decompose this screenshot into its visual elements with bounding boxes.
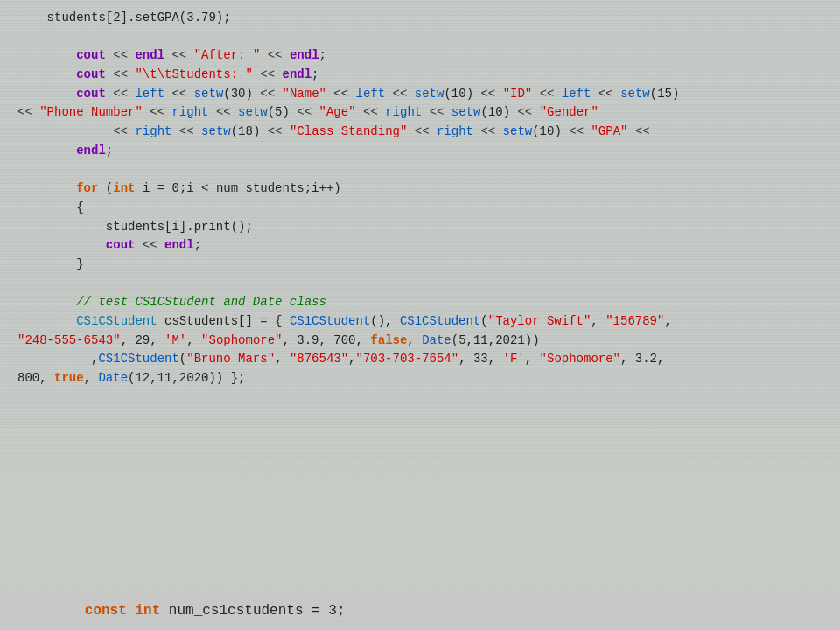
code-line-20: 800, true, Date(12,11,2020)) }; <box>18 369 822 388</box>
code-line-7: << right << setw(18) << "Class Standing"… <box>18 122 822 142</box>
code-line-6: << "Phone Number" << right << setw(5) <<… <box>18 103 822 122</box>
code-line-22 <box>18 407 822 426</box>
code-line-5: cout << left << setw(30) << "Name" << le… <box>18 85 822 104</box>
code-line-1: students[2].setGPA(3.79); <box>18 9 822 28</box>
code-line-17: CS1CStudent csStudents[] = { CS1CStudent… <box>18 312 822 332</box>
code-line-12: students[i].print(); <box>18 218 822 237</box>
code-line-13: cout << endl; <box>18 236 822 256</box>
code-line-2 <box>18 28 822 47</box>
code-line-25 <box>18 465 822 484</box>
code-line-24 <box>18 445 822 465</box>
code-line-4: cout << "\t\tStudents: " << endl; <box>18 66 822 85</box>
code-line-9 <box>18 161 822 180</box>
code-line-11: { <box>18 199 822 218</box>
code-line-10: for (int i = 0;i < num_students;i++) <box>18 179 822 199</box>
code-line-14: } <box>18 256 822 275</box>
code-line-8: endl; <box>18 142 822 161</box>
code-line-21 <box>18 388 822 408</box>
code-line-23 <box>18 426 822 445</box>
code-line-26 <box>18 483 822 502</box>
bottom-bar: const int num_cs1cstudents = 3; <box>0 591 840 630</box>
code-line-3: cout << endl << "After: " << endl; <box>18 46 822 66</box>
code-line-19: ,CS1CStudent("Bruno Mars", "876543","703… <box>18 350 822 369</box>
code-line-16: // test CS1CStudent and Date class <box>18 293 822 312</box>
code-line-18: "248-555-6543", 29, 'M', "Sophomore", 3.… <box>18 332 822 351</box>
code-line-15 <box>18 275 822 294</box>
bottom-code-line: const int num_cs1cstudents = 3; <box>18 603 346 619</box>
code-editor: students[2].setGPA(3.79); cout << endl <… <box>0 0 840 630</box>
